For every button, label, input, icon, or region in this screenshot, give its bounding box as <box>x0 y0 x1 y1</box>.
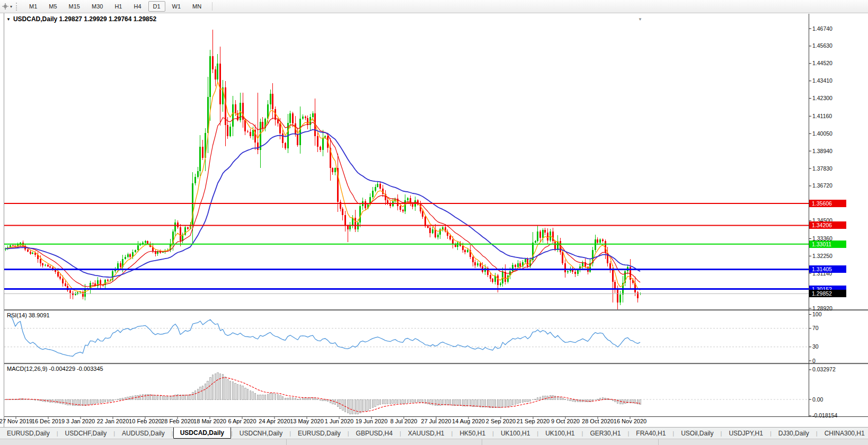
date-axis-label: 19 Jun 2020 <box>356 418 388 424</box>
rsi-label: RSI(14) 38.9091 <box>7 312 50 318</box>
chart-tab-hk50-h1[interactable]: HK50,H1 <box>453 428 492 438</box>
chart-tab-usoil-daily[interactable]: USOil,Daily <box>674 428 720 438</box>
price-axis-tick: 1.37830 <box>812 165 832 172</box>
chart-tab-eurusd-daily[interactable]: EURUSD,Daily <box>291 428 348 438</box>
date-axis-label: 27 Jul 2020 <box>421 418 451 424</box>
chart-tab-gbpusd-h4[interactable]: GBPUSD,H4 <box>349 428 400 438</box>
chart-tab-ger30-h1[interactable]: GER30,H1 <box>583 428 627 438</box>
hline-price-label: 1.34206 <box>809 221 846 229</box>
price-axis-tick: 1.40050 <box>812 130 832 137</box>
price-axis-tick: 1.43410 <box>812 77 832 84</box>
price-axis-tick: 1.38940 <box>812 148 832 155</box>
date-axis-label: 6 Apr 2020 <box>228 418 256 424</box>
chart-title: ▼USDCAD,Daily 1.29827 1.29929 1.29764 1.… <box>6 15 156 23</box>
macd-axis-tick: -0.018154 <box>812 412 837 419</box>
price-axis-tick: 1.44520 <box>812 60 832 67</box>
price-axis-tick: 1.46740 <box>812 25 832 32</box>
date-axis-label: 16 Dec 2019 <box>32 418 65 424</box>
date-axis-label: 13 May 2020 <box>290 418 324 424</box>
chart-tab-eurusd-daily[interactable]: EURUSD,Daily <box>0 428 57 438</box>
window-menu-icon[interactable]: ▼ <box>6 17 11 22</box>
date-axis-label: 2 Sep 2020 <box>486 418 516 424</box>
date-axis-label: 21 Sep 2020 <box>517 418 550 424</box>
macd-axis-tick: 0.032972 <box>812 366 836 373</box>
rsi-axis-tick: 100 <box>812 311 822 318</box>
chart-tab-dj30-daily[interactable]: DJ30,Daily <box>772 428 816 438</box>
chart-tab-fra40-h1[interactable]: FRA40,H1 <box>629 428 672 438</box>
date-axis-label: 16 Nov 2020 <box>614 418 646 424</box>
macd-axis-tick: 0.00 <box>812 396 823 403</box>
date-axis-label: 1 Jun 2020 <box>325 418 353 424</box>
chart-tab-xauusd-h1[interactable]: XAUUSD,H1 <box>401 428 451 438</box>
status-bar <box>0 439 868 445</box>
chart-tab-china300-h1[interactable]: CHINA300,H1 <box>818 428 868 438</box>
chart-tab-uk100-h1[interactable]: UK100,H1 <box>538 428 581 438</box>
price-axis-tick: 1.36720 <box>812 182 832 189</box>
date-axis-label: 9 Oct 2020 <box>551 418 580 424</box>
chart-tabs: EURUSD,Daily|USDCHF,Daily|AUDUSD,Daily|U… <box>0 427 868 439</box>
macd-label: MACD(12,26,9) -0.004229 -0.003345 <box>7 366 103 372</box>
status-cell <box>482 439 659 445</box>
status-cell <box>287 439 482 445</box>
chart-canvas[interactable] <box>0 0 868 445</box>
date-axis-label: 28 Oct 2020 <box>582 418 614 424</box>
rsi-axis-tick: 30 <box>812 343 819 350</box>
chart-tab-usdchf-daily[interactable]: USDCHF,Daily <box>58 428 114 438</box>
chart-tab-audusd-daily[interactable]: AUDUSD,Daily <box>115 428 172 438</box>
price-axis-tick: 1.32250 <box>812 253 832 260</box>
current-price-label: 1.29852 <box>809 290 846 297</box>
chart-tab-usdcad-daily[interactable]: USDCAD,Daily <box>173 427 231 439</box>
status-cell <box>659 439 868 445</box>
hline-price-label: 1.35606 <box>809 200 846 207</box>
chart-tab-uk100-h1[interactable]: UK100,H1 <box>494 428 537 438</box>
chart-shift-marker: ▼ <box>638 17 642 22</box>
hline-price-label: 1.31405 <box>809 265 846 273</box>
date-axis-label: 22 Jan 2020 <box>97 418 129 424</box>
chart-tab-usdcnh-daily[interactable]: USDCNH,Daily <box>233 428 289 438</box>
status-cell <box>0 439 287 445</box>
date-axis-label: 14 Aug 2020 <box>452 418 485 424</box>
date-axis-label: 24 Apr 2020 <box>259 418 290 424</box>
chart-title-text: USDCAD,Daily 1.29827 1.29929 1.29764 1.2… <box>13 15 156 23</box>
rsi-axis-tick: 0 <box>812 358 816 364</box>
date-axis-label: 10 Feb 2020 <box>129 418 162 424</box>
price-axis-tick: 1.45630 <box>812 42 832 49</box>
date-axis-label: 8 Jul 2020 <box>391 418 418 424</box>
price-axis-tick: 1.42300 <box>812 95 832 102</box>
date-axis-label: 28 Feb 2020 <box>161 418 194 424</box>
hline-price-label: 1.33011 <box>809 241 846 248</box>
chart-tab-usdjpy-h1[interactable]: USDJPY,H1 <box>722 428 769 438</box>
date-axis-label: 18 Mar 2020 <box>193 418 226 424</box>
date-axis-label: 27 Nov 2019 <box>0 418 32 424</box>
date-axis-label: 3 Jan 2020 <box>66 418 95 424</box>
price-axis-tick: 1.41160 <box>812 113 832 120</box>
rsi-axis-tick: 70 <box>812 325 819 332</box>
